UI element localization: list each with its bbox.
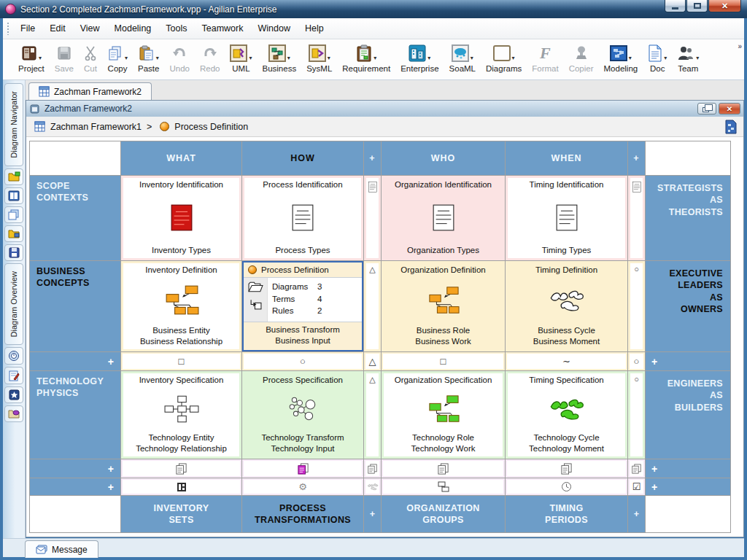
toolbar-enterprise[interactable]: ▾ Enterprise bbox=[395, 43, 444, 73]
marker-cell-technology-left[interactable]: △ bbox=[364, 371, 381, 459]
toolbar-sysml[interactable]: ▾ SysML bbox=[301, 43, 337, 73]
doc-list-cell-how[interactable] bbox=[242, 459, 363, 478]
diagram-window-titlebar[interactable]: Zachman Framework2 ✕ bbox=[26, 101, 743, 117]
toolbar-uml[interactable]: ▾ UML bbox=[225, 43, 257, 73]
doc-list-cell-what[interactable] bbox=[121, 459, 241, 478]
diagram-canvas[interactable]: WHAT HOW + WHO WHEN + SCOPE CONTEXTS Inv… bbox=[26, 137, 743, 537]
tool-cell-how[interactable]: ⚙ bbox=[242, 478, 363, 495]
cell-process-definition-selected[interactable]: Process Definition Diagrams 3 bbox=[242, 261, 363, 351]
bottom-header-timing-periods[interactable]: TIMING PERIODS bbox=[506, 496, 627, 532]
tab-diagram-navigator[interactable]: Diagram Navigator bbox=[4, 83, 23, 166]
add-row-button[interactable]: + bbox=[30, 459, 120, 478]
breadcrumb-parent[interactable]: Zachman Framework1 bbox=[50, 122, 142, 132]
window-titlebar[interactable]: Section 2 Completed ZachmanFramework.vpp… bbox=[0, 0, 747, 18]
toolbar-modeling[interactable]: ▾ Modeling bbox=[599, 43, 643, 73]
audience-executive-leaders[interactable]: EXECUTIVE LEADERS AS OWNERS bbox=[646, 261, 730, 351]
menu-teamwork[interactable]: Teamwork bbox=[196, 20, 249, 36]
toolbar-project[interactable]: ▾ Project bbox=[13, 43, 50, 73]
documentation-button[interactable] bbox=[4, 367, 23, 384]
row-header-business-concepts[interactable]: BUSINESS CONCEPTS bbox=[30, 261, 120, 351]
column-header-when[interactable]: WHEN bbox=[506, 141, 627, 175]
open-folder-icon[interactable] bbox=[248, 281, 263, 292]
shape-cell-plus-1[interactable]: △ bbox=[364, 352, 381, 370]
files-button[interactable] bbox=[4, 225, 23, 242]
menu-tools[interactable]: Tools bbox=[160, 20, 193, 36]
cell-process-identification[interactable]: Process Identification Process Types bbox=[242, 176, 363, 260]
column-header-plus-2[interactable]: + bbox=[628, 141, 645, 175]
doc-list-cell-when[interactable] bbox=[506, 459, 627, 478]
add-row-button[interactable]: + bbox=[30, 478, 120, 495]
toolbar-redo[interactable]: Redo bbox=[195, 43, 225, 73]
toolbar-format[interactable]: F Format bbox=[527, 43, 563, 73]
add-row-button[interactable]: + bbox=[646, 478, 730, 495]
menu-help[interactable]: Help bbox=[299, 20, 330, 36]
tab-diagram-overview[interactable]: Diagram Overview bbox=[4, 263, 23, 345]
save-view-button[interactable] bbox=[4, 244, 23, 261]
menu-modeling[interactable]: Modeling bbox=[109, 20, 158, 36]
toolbar-requirement[interactable]: ▾ Requirement bbox=[337, 43, 395, 73]
doc-list-cell-plus-1[interactable] bbox=[364, 459, 381, 478]
toolbar-diagrams[interactable]: ▾ Diagrams bbox=[481, 43, 527, 73]
bottom-header-plus-2[interactable]: + bbox=[628, 496, 645, 532]
tool-cell-when[interactable] bbox=[506, 478, 627, 495]
toolbar-soaml[interactable]: ▾ SoaML bbox=[444, 43, 481, 73]
cell-inventory-definition[interactable]: Inventory Definition Business Entity Bus… bbox=[121, 261, 241, 351]
audience-engineers[interactable]: ENGINEERS AS BUILDERS bbox=[646, 371, 730, 459]
toolbar-copier[interactable]: Copier bbox=[564, 43, 599, 73]
bottom-header-organization-groups[interactable]: ORGANIZATION GROUPS bbox=[382, 496, 505, 532]
column-header-what[interactable]: WHAT bbox=[121, 141, 241, 175]
marker-cell-business-left[interactable]: △ bbox=[364, 261, 381, 351]
toolbar-team[interactable]: ▾ Team bbox=[672, 43, 704, 73]
row-header-technology-physics[interactable]: TECHNOLOGY PHYSICS bbox=[30, 371, 120, 459]
breadcrumb-current[interactable]: Process Definition bbox=[174, 122, 248, 132]
cell-inventory-identification[interactable]: Inventory Identification Inventory Types bbox=[121, 176, 241, 260]
row-header-scope-contexts[interactable]: SCOPE CONTEXTS bbox=[30, 176, 120, 260]
cell-timing-identification[interactable]: Timing Identification Timing Types bbox=[506, 176, 627, 260]
favorites-button[interactable] bbox=[4, 386, 23, 403]
toolbar-business[interactable]: ▾ Business bbox=[257, 43, 301, 73]
bottom-header-plus-1[interactable]: + bbox=[364, 496, 381, 532]
shape-cell-plus-2[interactable]: ○ bbox=[628, 352, 645, 370]
inner-close-button[interactable]: ✕ bbox=[719, 103, 740, 114]
cell-timing-specification[interactable]: Timing Specification Technology Cycle Te… bbox=[506, 371, 627, 459]
column-header-plus-1[interactable]: + bbox=[364, 141, 381, 175]
overview-button[interactable] bbox=[4, 347, 23, 365]
marker-cell-technology-right[interactable]: ○ bbox=[628, 371, 645, 459]
add-row-button[interactable]: + bbox=[646, 352, 730, 370]
toolbar-save[interactable]: Save bbox=[50, 43, 79, 73]
stat-diagrams[interactable]: Diagrams 3 bbox=[272, 281, 357, 293]
tool-cell-who[interactable] bbox=[382, 478, 505, 495]
cell-organization-definition[interactable]: Organization Definition Business Role Bu… bbox=[382, 261, 505, 351]
diagram-shortcut-icon[interactable] bbox=[724, 120, 738, 134]
menu-file[interactable]: File bbox=[15, 20, 41, 36]
shape-cell-when[interactable]: ∼ bbox=[506, 352, 627, 370]
marker-cell-business-right[interactable]: ○ bbox=[628, 261, 645, 351]
model-explorer-button[interactable] bbox=[4, 168, 23, 185]
toolbar-undo[interactable]: Undo bbox=[164, 43, 195, 73]
inner-restore-button[interactable] bbox=[697, 103, 716, 114]
column-header-who[interactable]: WHO bbox=[382, 141, 505, 175]
menu-drag-handle[interactable] bbox=[7, 22, 9, 35]
column-header-how[interactable]: HOW bbox=[242, 141, 363, 175]
marker-cell-scope-right[interactable] bbox=[628, 176, 645, 260]
shape-cell-what[interactable]: □ bbox=[121, 352, 241, 370]
message-pane-tab[interactable]: Message bbox=[25, 540, 98, 558]
shape-cell-how[interactable]: ○ bbox=[242, 352, 363, 370]
properties-button[interactable] bbox=[4, 405, 23, 422]
shape-cell-who[interactable]: □ bbox=[382, 352, 505, 370]
stat-rules[interactable]: Rules 2 bbox=[272, 305, 357, 317]
doc-list-cell-who[interactable] bbox=[382, 459, 505, 478]
stat-terms[interactable]: Terms 4 bbox=[272, 293, 357, 306]
add-row-button[interactable]: + bbox=[646, 459, 730, 478]
toolbar-paste[interactable]: ▾ Paste bbox=[133, 43, 164, 73]
toolbar-copy[interactable]: ▾ Copy bbox=[102, 43, 133, 73]
diagram-list-button[interactable] bbox=[4, 187, 23, 204]
cell-organization-specification[interactable]: Organization Specification Technology Ro… bbox=[382, 371, 505, 459]
toolbar-overflow-chevron[interactable]: » bbox=[738, 42, 742, 50]
menu-view[interactable]: View bbox=[74, 20, 106, 36]
marker-cell-scope-left[interactable] bbox=[364, 176, 381, 260]
bottom-header-process-transformations[interactable]: PROCESS TRANSFORMATIONS bbox=[242, 496, 363, 532]
menu-window[interactable]: Window bbox=[252, 20, 295, 36]
cell-organization-identification[interactable]: Organization Identification Organization… bbox=[382, 176, 505, 260]
cell-process-specification[interactable]: Process Specification Technology Transfo… bbox=[242, 371, 363, 459]
